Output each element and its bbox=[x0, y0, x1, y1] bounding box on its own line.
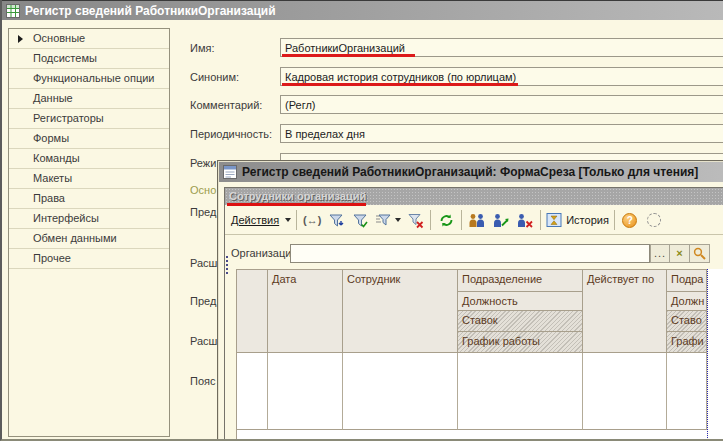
filter-settings-button[interactable] bbox=[372, 209, 403, 231]
sidebar-item-formy[interactable]: Формы bbox=[9, 129, 169, 149]
filter-button[interactable] bbox=[324, 209, 348, 231]
selected-arrow-icon bbox=[18, 35, 23, 43]
filter-clear-button[interactable] bbox=[403, 209, 427, 231]
sidebar-item-prava[interactable]: Права bbox=[9, 189, 169, 209]
selection-marquee-icon bbox=[647, 213, 661, 227]
write-mode-label-clipped: Режи bbox=[190, 157, 216, 169]
sidebar: Основные Подсистемы Функциональные опции… bbox=[8, 28, 170, 437]
table-cell[interactable] bbox=[667, 353, 707, 430]
column-header-department[interactable]: Подразделение bbox=[458, 270, 583, 292]
child-window: Регистр сведений РаботникиОрганизаций: Ф… bbox=[217, 160, 723, 441]
selection-dots bbox=[226, 256, 228, 274]
sidebar-item-label: Команды bbox=[33, 152, 80, 164]
caption-red-underline bbox=[227, 203, 366, 206]
refresh-button[interactable] bbox=[434, 209, 458, 231]
column-header-schedule[interactable]: График работы bbox=[458, 332, 583, 353]
synonym-label: Синоним: bbox=[190, 71, 239, 83]
table-cell[interactable] bbox=[237, 353, 268, 430]
sidebar-item-podsistemy[interactable]: Подсистемы bbox=[9, 49, 169, 69]
filter-icon bbox=[328, 212, 345, 229]
column-header-rate[interactable]: Ставок bbox=[458, 311, 583, 332]
search-icon bbox=[693, 247, 706, 260]
toolbar-separator bbox=[430, 210, 431, 230]
set-interval-button[interactable]: (↔) bbox=[300, 209, 324, 231]
selection-mode-button[interactable] bbox=[642, 209, 666, 231]
sidebar-item-interfeysy[interactable]: Интерфейсы bbox=[9, 209, 169, 229]
column-header-date[interactable]: Дата bbox=[268, 270, 343, 353]
person-remove-icon bbox=[516, 212, 534, 229]
people-icon bbox=[468, 212, 486, 229]
person-promote-button[interactable] bbox=[489, 209, 513, 231]
column-header-employee[interactable]: Сотрудник bbox=[343, 270, 458, 353]
sidebar-item-dannye[interactable]: Данные bbox=[9, 89, 169, 109]
person-promote-icon bbox=[492, 212, 510, 229]
synonym-red-underline bbox=[282, 83, 518, 86]
clipped-label-osno: Осно bbox=[190, 184, 216, 196]
child-window-titlebar[interactable]: Регистр сведений РаботникиОрганизаций: Ф… bbox=[219, 162, 723, 182]
people-button[interactable] bbox=[465, 209, 489, 231]
table-empty-area[interactable] bbox=[237, 430, 707, 441]
sidebar-item-obmen-dannymi[interactable]: Обмен данными bbox=[9, 229, 169, 249]
column-header-position-clipped[interactable]: Должн bbox=[667, 292, 707, 311]
selection-border bbox=[707, 269, 708, 441]
column-header-position[interactable]: Должность bbox=[458, 292, 583, 311]
table-right-area bbox=[708, 269, 723, 441]
clipped-label-pred1: Пред bbox=[190, 206, 216, 218]
table-cell[interactable] bbox=[583, 353, 667, 430]
organization-search-button[interactable] bbox=[690, 244, 710, 263]
sidebar-item-label: Основные bbox=[33, 32, 85, 44]
clipped-label-rassh2: Расш bbox=[190, 335, 217, 347]
sidebar-item-osnovnye[interactable]: Основные bbox=[9, 29, 169, 49]
sidebar-item-prochee[interactable]: Прочее bbox=[9, 249, 169, 269]
organization-row: Организация: ... × bbox=[227, 240, 723, 266]
slice-form: Сотрудники организаций Действия (↔) bbox=[224, 187, 723, 441]
history-icon bbox=[546, 212, 562, 228]
filter-by-value-button[interactable] bbox=[348, 209, 372, 231]
row-selector-header[interactable] bbox=[237, 270, 268, 353]
sidebar-item-registratory[interactable]: Регистраторы bbox=[9, 109, 169, 129]
form-toolbar: Действия (↔) bbox=[225, 206, 723, 235]
sidebar-item-label: Подсистемы bbox=[33, 52, 97, 64]
refresh-icon bbox=[438, 212, 455, 229]
table-cell[interactable] bbox=[343, 353, 458, 430]
column-header-rate-clipped[interactable]: Ставо bbox=[667, 311, 707, 332]
form-icon bbox=[223, 165, 237, 179]
sidebar-item-label: Регистраторы bbox=[33, 112, 104, 124]
name-label: Имя: bbox=[190, 42, 214, 54]
chevron-down-icon bbox=[285, 218, 291, 222]
history-label: История bbox=[566, 214, 609, 226]
comment-input[interactable] bbox=[280, 95, 723, 114]
filter-clear-icon bbox=[407, 212, 424, 229]
sidebar-item-label: Обмен данными bbox=[33, 232, 117, 244]
filter-check-icon bbox=[352, 212, 369, 229]
filter-menu-icon bbox=[374, 212, 391, 229]
actions-label: Действия bbox=[231, 214, 279, 226]
sidebar-item-label: Функциональные опции bbox=[33, 72, 154, 84]
column-header-valid-until[interactable]: Действует по bbox=[583, 270, 667, 353]
sidebar-item-makety[interactable]: Макеты bbox=[9, 169, 169, 189]
sidebar-item-label: Формы bbox=[33, 132, 69, 144]
history-button[interactable]: История bbox=[544, 209, 611, 231]
organization-clear-button[interactable]: × bbox=[670, 244, 690, 263]
main-window-titlebar[interactable]: Регистр сведений РаботникиОрганизаций bbox=[2, 0, 723, 20]
sidebar-item-label: Данные bbox=[33, 92, 73, 104]
sidebar-item-label: Макеты bbox=[33, 172, 72, 184]
organization-input[interactable] bbox=[290, 244, 650, 263]
help-button[interactable]: ? bbox=[618, 209, 642, 231]
organization-lookup-button[interactable]: ... bbox=[650, 244, 670, 263]
sidebar-item-label: Права bbox=[33, 192, 65, 204]
app-root: Регистр сведений РаботникиОрганизаций Ос… bbox=[0, 0, 723, 441]
person-remove-button[interactable] bbox=[513, 209, 537, 231]
column-header-department-clipped[interactable]: Подра bbox=[667, 270, 707, 292]
actions-menu-button[interactable]: Действия bbox=[229, 209, 293, 231]
name-red-underline bbox=[282, 54, 415, 57]
table-cell[interactable] bbox=[458, 353, 583, 430]
sidebar-item-funkcionalnye-opcii[interactable]: Функциональные опции bbox=[9, 69, 169, 89]
table-cell[interactable] bbox=[268, 353, 343, 430]
periodicity-input[interactable] bbox=[280, 124, 723, 143]
toolbar-separator bbox=[614, 210, 615, 230]
clipped-label-pred2: Пред bbox=[190, 295, 216, 307]
sidebar-item-komandy[interactable]: Команды bbox=[9, 149, 169, 169]
column-header-schedule-clipped[interactable]: Графи bbox=[667, 332, 707, 353]
toolbar-separator bbox=[296, 210, 297, 230]
